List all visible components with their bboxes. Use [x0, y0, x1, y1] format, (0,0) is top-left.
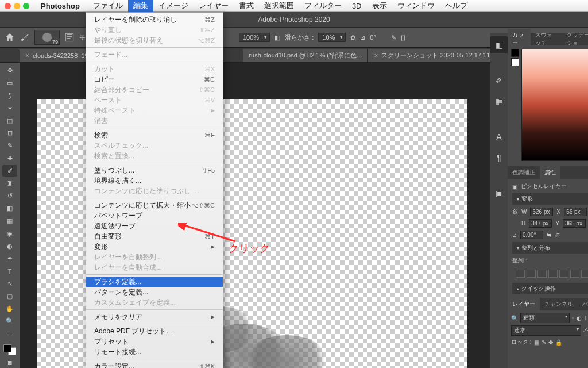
menu-item[interactable]: カラー設定...⇧⌘K — [86, 361, 223, 368]
close-window-icon[interactable] — [5, 3, 11, 9]
eyedropper-tool-icon[interactable]: ✎ — [2, 140, 17, 152]
filter-type-icon[interactable]: T — [584, 315, 587, 321]
align-hcenter-icon[interactable] — [527, 270, 536, 278]
tab-channels[interactable]: チャンネル — [540, 298, 578, 310]
gradient-tool-icon[interactable]: ▦ — [2, 216, 17, 227]
shape-tool-icon[interactable]: ▢ — [2, 290, 17, 302]
tab-adjustments[interactable]: 色調補正 — [508, 166, 540, 179]
filter-adjust-icon[interactable]: ◐ — [577, 315, 582, 321]
minimize-window-icon[interactable] — [14, 3, 20, 9]
menu-help[interactable]: ヘルプ — [440, 0, 473, 12]
menu-view[interactable]: 表示 — [367, 0, 392, 12]
menu-window[interactable]: ウィンドウ — [392, 0, 440, 12]
tab-layers[interactable]: レイヤー — [508, 298, 540, 310]
swatches-panel-icon[interactable]: ▦ — [490, 93, 508, 110]
align-left-icon[interactable] — [516, 270, 525, 278]
menu-image[interactable]: イメージ — [153, 0, 194, 12]
pen-tool-icon[interactable]: ✒ — [2, 253, 17, 264]
color-picker[interactable] — [508, 45, 588, 166]
menu-item[interactable]: 自由変形⌘T — [86, 231, 223, 241]
flow-select[interactable]: 10% — [318, 33, 346, 42]
menu-file[interactable]: ファイル — [88, 0, 128, 12]
marquee-tool-icon[interactable]: ▭ — [2, 78, 17, 89]
align-bottom-icon[interactable] — [570, 270, 579, 278]
menu-select[interactable]: 選択範囲 — [259, 0, 299, 12]
eraser-tool-icon[interactable]: ◧ — [2, 203, 17, 214]
y-field[interactable]: 365 px — [563, 219, 586, 228]
menu-item[interactable]: リモート接続... — [86, 347, 223, 357]
align-vcenter-icon[interactable] — [559, 270, 568, 278]
filter-pixel-icon[interactable]: ▫ — [572, 315, 574, 321]
align-top-icon[interactable] — [548, 270, 558, 278]
edit-toolbar-icon[interactable]: ⋯ — [2, 328, 17, 340]
rotation-field[interactable]: 0.00° — [520, 231, 543, 239]
height-field[interactable]: 347 px — [529, 219, 552, 228]
home-icon[interactable] — [5, 32, 15, 43]
distribute-icon[interactable] — [581, 270, 588, 278]
crop-tool-icon[interactable]: ◫ — [2, 115, 17, 126]
menu-3d[interactable]: 3D — [347, 1, 367, 12]
menu-layer[interactable]: レイヤー — [194, 0, 234, 12]
path-tool-icon[interactable]: ↖ — [2, 278, 17, 290]
move-tool-icon[interactable]: ✥ — [2, 65, 17, 76]
paragraph-panel-icon[interactable]: ¶ — [490, 149, 508, 166]
menu-item[interactable]: 変形 — [86, 241, 223, 252]
brushes-panel-icon[interactable]: ✐ — [490, 72, 508, 89]
healing-tool-icon[interactable]: ✚ — [2, 153, 17, 164]
libraries-panel-icon[interactable]: ▣ — [490, 185, 508, 202]
hand-tool-icon[interactable]: ✋ — [2, 303, 17, 315]
quickmask-icon[interactable]: ◙ — [2, 356, 17, 368]
search-icon[interactable]: 🔍 — [511, 315, 518, 321]
brush-tool-icon[interactable]: ✐ — [2, 165, 17, 177]
menu-item[interactable]: コンテンツに応じて拡大・縮小⌥⇧⌘C — [86, 200, 223, 210]
pressure-size-icon[interactable]: ✎ — [391, 34, 396, 41]
menu-item[interactable]: コピー⌘C — [86, 74, 223, 85]
menu-item[interactable]: 遠近法ワープ — [86, 221, 223, 231]
color-panel-icon[interactable]: ◧ — [490, 36, 508, 53]
type-tool-icon[interactable]: T — [2, 266, 17, 277]
lock-all-icon[interactable]: 🔒 — [555, 339, 562, 346]
link-icon[interactable]: ⛓ — [512, 209, 518, 215]
lasso-tool-icon[interactable]: ⟆ — [2, 90, 17, 102]
pressure-opacity-icon[interactable]: ◧ — [274, 34, 280, 41]
frame-tool-icon[interactable]: ⊞ — [2, 128, 17, 139]
gear-icon[interactable]: ✿ — [350, 34, 355, 41]
history-brush-tool-icon[interactable]: ↺ — [2, 190, 17, 202]
width-field[interactable]: 626 px — [530, 208, 553, 216]
menu-item[interactable]: 検索⌘F — [86, 130, 223, 140]
stamp-tool-icon[interactable]: ♜ — [2, 178, 17, 189]
quickselect-tool-icon[interactable]: ✶ — [2, 102, 17, 114]
lock-position-icon[interactable]: ✥ — [548, 339, 553, 346]
color-swatches[interactable] — [3, 344, 16, 356]
opacity-select[interactable]: 100% — [239, 33, 270, 42]
menu-item[interactable]: Adobe PDF プリセット... — [86, 326, 223, 336]
menu-item[interactable]: 塗りつぶし...⇧F5 — [86, 165, 223, 175]
dodge-tool-icon[interactable]: ◐ — [2, 240, 17, 252]
menu-item[interactable]: メモリをクリア — [86, 312, 223, 322]
quick-actions-header[interactable]: ▸クイック操作 — [512, 283, 588, 294]
menu-type[interactable]: 書式 — [234, 0, 259, 12]
align-right-icon[interactable] — [537, 270, 547, 278]
brush-panel-icon[interactable] — [64, 32, 75, 43]
document-tab[interactable]: rush-cloud10.psd @ 82.1% (*背景に色... — [243, 49, 368, 62]
menu-item[interactable]: ブラシを定義... — [86, 277, 223, 287]
tab-paths[interactable]: パス — [578, 298, 588, 310]
layer-filter-select[interactable]: 種類 — [520, 313, 570, 323]
maximize-window-icon[interactable] — [23, 3, 29, 9]
document-tab[interactable]: ×スクリーンショット 2020-05-12 17.11.53.png @ 50%… — [368, 49, 494, 62]
tab-properties[interactable]: 属性 — [540, 166, 560, 179]
blur-tool-icon[interactable]: ◉ — [2, 228, 17, 239]
transform-section-header[interactable]: ▾変形 — [512, 193, 588, 205]
x-field[interactable]: 66 px — [564, 208, 587, 216]
menu-item[interactable]: 境界線を描く... — [86, 175, 223, 186]
align-section-header[interactable]: ▾整列と分布 — [512, 242, 588, 254]
menu-item[interactable]: パターンを定義... — [86, 287, 223, 297]
character-panel-icon[interactable]: A — [490, 128, 508, 145]
close-icon[interactable]: × — [25, 52, 29, 60]
flip-v-icon[interactable]: ⇵ — [555, 232, 559, 238]
brush-preset-picker[interactable]: 79 — [34, 30, 60, 45]
menu-item[interactable]: レイヤーを削除の取り消し⌘Z — [86, 14, 223, 25]
lock-paint-icon[interactable]: ✎ — [541, 339, 546, 346]
zoom-tool-icon[interactable]: 🔍 — [2, 316, 17, 327]
lock-transparent-icon[interactable]: ▦ — [534, 339, 539, 346]
